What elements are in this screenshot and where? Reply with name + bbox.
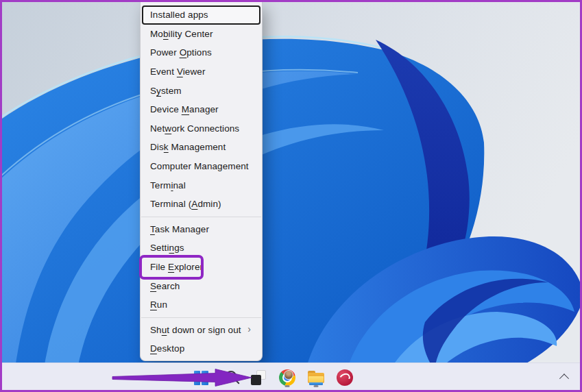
running-indicator: [285, 385, 290, 387]
menu-item-terminal-admin[interactable]: Terminal (Admin): [144, 195, 258, 214]
menu-item-label: Event Viewer: [150, 66, 206, 77]
menu-separator: [141, 214, 262, 220]
menu-item-mobility-center[interactable]: Mobility Center: [144, 25, 258, 44]
menu-item-label: Task Manager: [150, 224, 209, 234]
menu-item-label: Shut down or sign out: [150, 325, 241, 335]
menu-item-disk-management[interactable]: Disk Management: [144, 138, 258, 157]
menu-item-label: Device Manager: [150, 104, 219, 114]
wallpaper-bloom: [0, 0, 582, 392]
menu-item-desktop[interactable]: Desktop: [144, 339, 258, 358]
menu-item-label: Power Options: [150, 47, 212, 58]
menu-item-terminal[interactable]: Terminal: [144, 175, 258, 195]
red-app-button[interactable]: [336, 367, 354, 388]
chrome-icon: [279, 369, 295, 386]
menu-item-event-viewer[interactable]: Event Viewer: [144, 62, 258, 82]
menu-item-computer-management[interactable]: Computer Management: [144, 157, 258, 176]
menu-item-label: Installed apps: [150, 10, 208, 20]
menu-item-label: Computer Management: [150, 161, 249, 171]
chevron-up-icon: [559, 373, 569, 383]
menu-item-network-connections[interactable]: Network Connections: [144, 119, 258, 138]
winx-menu-list: Installed appsMobility CenterPower Optio…: [141, 5, 262, 358]
menu-item-settings[interactable]: Settings: [144, 238, 258, 258]
file-explorer-icon: [308, 371, 325, 385]
menu-item-power-options[interactable]: Power Options: [144, 43, 258, 62]
menu-item-task-manager[interactable]: Task Manager: [144, 220, 258, 239]
task-view-icon: [251, 370, 266, 385]
profile-avatar: [284, 370, 293, 380]
arrow-annotation: [112, 367, 253, 388]
menu-item-shut-down-or-sign-out[interactable]: Shut down or sign out›: [144, 321, 258, 340]
menu-item-search[interactable]: Search: [144, 276, 258, 295]
menu-separator: [141, 315, 262, 321]
winx-menu: Installed appsMobility CenterPower Optio…: [140, 2, 263, 361]
red-circle-app-icon: [337, 369, 353, 386]
chrome-button[interactable]: [278, 367, 296, 388]
menu-item-label: Run: [150, 299, 167, 310]
menu-item-label: Terminal (Admin): [150, 199, 221, 209]
submenu-chevron-icon: ›: [247, 324, 251, 334]
menu-item-label: Desktop: [150, 343, 184, 354]
menu-item-device-manager[interactable]: Device Manager: [144, 100, 258, 119]
running-indicator: [314, 385, 319, 387]
menu-item-label: File Explorer: [150, 262, 203, 272]
taskbar: [0, 363, 582, 392]
desktop: Installed appsMobility CenterPower Optio…: [0, 0, 582, 392]
menu-item-file-explorer[interactable]: File Explorer: [144, 258, 258, 277]
menu-item-label: System: [150, 86, 182, 96]
menu-item-label: Mobility Center: [150, 29, 213, 39]
menu-item-label: Terminal: [150, 180, 186, 191]
menu-item-run[interactable]: Run: [144, 295, 258, 315]
show-hidden-icons-button[interactable]: [555, 363, 574, 392]
menu-item-label: Disk Management: [150, 142, 226, 152]
menu-item-label: Network Connections: [150, 123, 239, 134]
menu-item-label: Settings: [150, 243, 184, 253]
menu-item-system[interactable]: System: [144, 81, 258, 100]
menu-item-label: Search: [150, 281, 180, 291]
menu-item-installed-apps[interactable]: Installed apps: [142, 5, 260, 25]
file-explorer-button[interactable]: [307, 367, 325, 388]
